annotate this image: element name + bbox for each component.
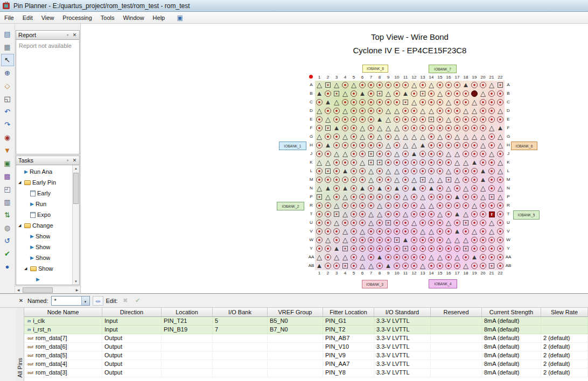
pin-T1[interactable] (315, 210, 324, 218)
pin-V2[interactable] (324, 227, 332, 236)
cell-node-name[interactable]: outrom_data[6] (24, 343, 102, 351)
pin-L5[interactable] (349, 167, 358, 175)
pin-D7[interactable] (367, 107, 375, 115)
pin-M4[interactable] (341, 175, 349, 184)
pin-C22[interactable] (496, 98, 505, 107)
pin-N22[interactable]: △ (496, 184, 505, 193)
pin-K7[interactable] (367, 158, 375, 167)
scroll-right-icon[interactable] (74, 287, 80, 293)
pin-M18[interactable] (461, 175, 470, 184)
pin-M21[interactable] (487, 175, 496, 184)
pin-H19[interactable] (470, 141, 479, 150)
pin-R14[interactable]: △ (427, 201, 436, 210)
expand-edit-button[interactable] (93, 296, 103, 306)
task-item-7[interactable]: ▶Show (16, 242, 72, 252)
pin-J14[interactable] (427, 150, 436, 158)
pin-E17[interactable] (453, 115, 461, 124)
cell-reserved[interactable] (431, 351, 482, 359)
pin-T2[interactable] (324, 210, 332, 218)
pin-C3[interactable]: △ (332, 98, 341, 107)
pin-AB17[interactable] (453, 262, 461, 270)
column-header-fitter-location[interactable]: Fitter Location (323, 308, 374, 317)
pin-N20[interactable]: △ (479, 184, 487, 193)
pin-T18[interactable]: △ (461, 210, 470, 218)
table-row[interactable]: outrom_data[7]OutputPIN_AB73.3-V LVTTL8m… (24, 334, 588, 343)
pin-A19[interactable] (470, 81, 479, 89)
menu-toolbar-icon[interactable] (174, 13, 185, 23)
pin-C18[interactable] (461, 98, 470, 107)
cell-reserved[interactable] (431, 317, 482, 325)
cell-vref_group[interactable] (268, 369, 323, 377)
pin-Y7[interactable] (367, 244, 375, 253)
pin-B10[interactable] (393, 89, 401, 98)
pin-G19[interactable]: △ (470, 132, 479, 141)
pin-V15[interactable] (436, 227, 444, 236)
pin-G3[interactable] (332, 132, 341, 141)
pin-A12[interactable]: △ (410, 81, 418, 89)
pin-F17[interactable] (453, 124, 461, 132)
pin-V19[interactable]: △ (470, 227, 479, 236)
pin-Y20[interactable] (479, 244, 487, 253)
pin-T8[interactable]: △ (375, 210, 384, 218)
cell-io_standard[interactable]: 3.3-V LVTTL (374, 351, 431, 359)
cell-io_bank[interactable]: 5 (213, 317, 268, 325)
pin-AB15[interactable] (436, 262, 444, 270)
cell-vref_group[interactable] (268, 360, 323, 368)
menu-window[interactable]: Window (118, 13, 148, 23)
pin-U2[interactable] (324, 218, 332, 227)
dock-window-icon[interactable]: ▤ (1, 28, 14, 40)
pin-V9[interactable] (384, 227, 393, 236)
cell-direction[interactable]: Input (102, 317, 162, 325)
pin-AA21[interactable] (487, 253, 496, 262)
pin-R19[interactable]: △ (470, 201, 479, 210)
pin-H10[interactable] (393, 141, 401, 150)
pin-N12[interactable]: ▲ (410, 184, 418, 193)
pin-H2[interactable]: ▲ (324, 141, 332, 150)
pin-W2[interactable]: △ (324, 236, 332, 244)
pin-AA5[interactable] (349, 253, 358, 262)
pin-N7[interactable] (367, 184, 375, 193)
cell-io_bank[interactable] (213, 360, 268, 368)
pin-L8[interactable] (375, 167, 384, 175)
pin-G6[interactable]: △ (358, 132, 367, 141)
pin-AB18[interactable]: △ (461, 262, 470, 270)
pin-R2[interactable] (324, 201, 332, 210)
pin-V14[interactable]: △ (427, 227, 436, 236)
pin-L10[interactable]: △ (393, 167, 401, 175)
pin-U5[interactable] (349, 218, 358, 227)
pin-U9[interactable] (384, 218, 393, 227)
pin-B20[interactable]: △ (479, 89, 487, 98)
pin-AA1[interactable]: △ (315, 253, 324, 262)
cell-current_strength[interactable]: 8mA (default) (482, 334, 541, 342)
pin-V7[interactable] (367, 227, 375, 236)
pin-G4[interactable]: △ (341, 132, 349, 141)
pin-W8[interactable] (375, 236, 384, 244)
pin-U13[interactable] (418, 218, 427, 227)
pin-K6[interactable]: △ (358, 158, 367, 167)
pin-F2[interactable] (324, 124, 332, 132)
pin-J2[interactable] (324, 150, 332, 158)
pin-K11[interactable] (401, 158, 410, 167)
pin-R3[interactable]: △ (332, 201, 341, 210)
cell-current_strength[interactable]: 8mA (default) (482, 351, 541, 359)
table-row[interactable]: outrom_data[5]OutputPIN_V93.3-V LVTTL8mA… (24, 351, 588, 360)
pin-N15[interactable] (436, 184, 444, 193)
pin-N16[interactable]: △ (444, 184, 453, 193)
pin-Y14[interactable] (427, 244, 436, 253)
pin-P22[interactable]: △ (496, 193, 505, 201)
cell-slew_rate[interactable]: 2 (default) (541, 360, 588, 368)
highlight-pins-icon[interactable]: ▼ (1, 144, 14, 157)
pin-N6[interactable]: ▲ (358, 184, 367, 193)
column-header-vref-group[interactable]: VREF Group (268, 308, 323, 317)
menu-processing[interactable]: Processing (58, 13, 96, 23)
cell-slew_rate[interactable]: 2 (default) (541, 343, 588, 351)
pin-G20[interactable]: △ (479, 132, 487, 141)
pin-J4[interactable]: △ (341, 150, 349, 158)
pin-U20[interactable] (479, 218, 487, 227)
cell-io_standard[interactable]: 3.3-V LVTTL (374, 334, 431, 342)
pin-L6[interactable] (358, 167, 367, 175)
pin-R10[interactable] (393, 201, 401, 210)
pin-M2[interactable] (324, 175, 332, 184)
cell-current_strength[interactable]: 8mA (default) (482, 360, 541, 368)
pin-B14[interactable] (427, 89, 436, 98)
